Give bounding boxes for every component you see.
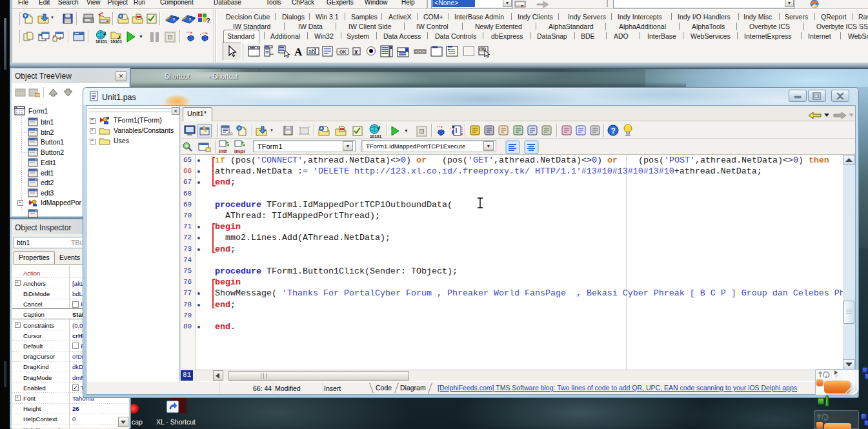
svg-text:I: I: [456, 127, 458, 134]
svg-text:?: ?: [611, 126, 616, 135]
svg-text:?: ?: [172, 17, 175, 22]
svg-text:OK: OK: [339, 50, 347, 54]
svg-text:A: A: [294, 46, 303, 58]
svg-text:?: ?: [206, 17, 210, 25]
svg-text:Intf: Intf: [219, 148, 227, 154]
svg-text:Impl: Impl: [234, 148, 245, 154]
svg-text:x: x: [354, 48, 358, 55]
svg-text:ab: ab: [308, 48, 315, 55]
svg-text:?: ?: [188, 17, 191, 22]
svg-text:10101: 10101: [96, 39, 107, 44]
svg-text:10101: 10101: [370, 134, 381, 139]
svg-text:10101: 10101: [110, 39, 122, 44]
